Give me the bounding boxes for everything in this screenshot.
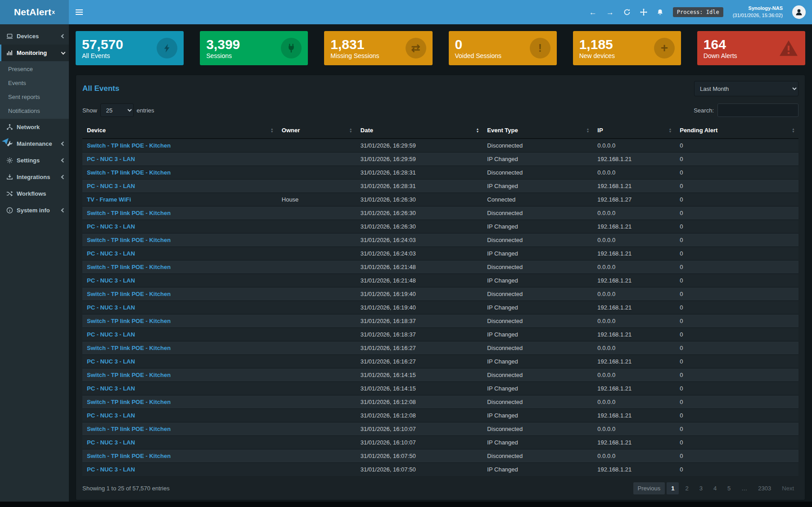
table-row[interactable]: Switch - TP link POE - Kitchen31/01/2026… (82, 260, 798, 274)
table-row[interactable]: TV - Frame WiFiHouse31/01/2026, 16:26:30… (82, 193, 798, 206)
sidebar-item-system-info[interactable]: System info (0, 202, 69, 219)
table-row[interactable]: PC - NUC 3 - LAN31/01/2026, 16:07:50IP C… (82, 463, 798, 476)
table-row[interactable]: PC - NUC 3 - LAN31/01/2026, 16:19:40IP C… (82, 301, 798, 314)
sidebar-item-devices[interactable]: Devices (0, 28, 69, 45)
sidebar-subitem-notifications[interactable]: Notifications (0, 104, 69, 118)
pagination-page-last[interactable]: 2303 (753, 482, 776, 494)
stat-card-sessions[interactable]: 3,399Sessions (200, 31, 308, 65)
device-link[interactable]: Switch - TP link POE - Kitchen (87, 291, 171, 297)
forward-arrow-icon[interactable]: → (606, 9, 614, 16)
table-row[interactable]: PC - NUC 3 - LAN31/01/2026, 16:24:03IP C… (82, 247, 798, 260)
device-link[interactable]: PC - NUC 3 - LAN (87, 250, 135, 257)
table-row[interactable]: Switch - TP link POE - Kitchen31/01/2026… (82, 314, 798, 328)
device-link[interactable]: Switch - TP link POE - Kitchen (87, 453, 171, 459)
pagination-page-5[interactable]: 5 (723, 482, 735, 494)
table-row[interactable]: Switch - TP link POE - Kitchen31/01/2026… (82, 422, 798, 436)
search-input[interactable] (717, 103, 798, 117)
sidebar-subitem-sent-reports[interactable]: Sent reports (0, 90, 69, 104)
pagination-page-2[interactable]: 2 (681, 482, 693, 494)
device-link[interactable]: Switch - TP link POE - Kitchen (87, 142, 171, 149)
sidebar-toggle-button[interactable] (69, 0, 90, 24)
device-link[interactable]: PC - NUC 3 - LAN (87, 385, 135, 392)
device-link[interactable]: PC - NUC 3 - LAN (87, 304, 135, 311)
stat-card-all-events[interactable]: 57,570All Events (76, 31, 184, 65)
table-row[interactable]: Switch - TP link POE - Kitchen31/01/2026… (82, 233, 798, 247)
refresh-icon[interactable] (623, 9, 631, 16)
pagination-page-1[interactable]: 1 (667, 482, 679, 494)
device-link[interactable]: PC - NUC 3 - LAN (87, 277, 135, 284)
column-header-event-type[interactable]: Event Type▲▼ (483, 122, 593, 139)
table-row[interactable]: Switch - TP link POE - Kitchen31/01/2026… (82, 139, 798, 153)
device-link[interactable]: Switch - TP link POE - Kitchen (87, 237, 171, 243)
device-link[interactable]: PC - NUC 3 - LAN (87, 358, 135, 365)
table-row[interactable]: PC - NUC 3 - LAN31/01/2026, 16:21:48IP C… (82, 274, 798, 287)
device-link[interactable]: PC - NUC 3 - LAN (87, 412, 135, 419)
app-logo[interactable]: NetAlertx (0, 0, 69, 24)
user-avatar[interactable] (792, 5, 806, 19)
pagination-page-3[interactable]: 3 (695, 482, 707, 494)
pagination-next[interactable]: Next (777, 482, 798, 494)
device-link[interactable]: Switch - TP link POE - Kitchen (87, 345, 171, 351)
stat-label: New devices (579, 52, 615, 59)
device-link[interactable]: Switch - TP link POE - Kitchen (87, 264, 171, 270)
device-link[interactable]: PC - NUC 3 - LAN (87, 183, 135, 189)
table-row[interactable]: Switch - TP link POE - Kitchen31/01/2026… (82, 287, 798, 301)
stat-card-voided-sessions[interactable]: 0Voided Sessions ! (449, 31, 557, 65)
table-row[interactable]: PC - NUC 3 - LAN31/01/2026, 16:10:07IP C… (82, 436, 798, 449)
device-link[interactable]: PC - NUC 3 - LAN (87, 331, 135, 338)
sidebar-item-network[interactable]: Network (0, 119, 69, 135)
sidebar-subitem-events[interactable]: Events (0, 76, 69, 90)
sidebar-item-workflows[interactable]: Workflows (0, 185, 69, 202)
table-row[interactable]: Switch - TP link POE - Kitchen31/01/2026… (82, 395, 798, 409)
sidebar-item-settings[interactable]: Settings (0, 152, 69, 169)
device-link[interactable]: PC - NUC 3 - LAN (87, 223, 135, 230)
column-header-date[interactable]: Date▲▼ (356, 122, 483, 139)
sidebar-subitem-presence[interactable]: Presence (0, 62, 69, 76)
date-cell: 31/01/2026, 16:14:15 (356, 382, 483, 395)
table-row[interactable]: Switch - TP link POE - Kitchen31/01/2026… (82, 449, 798, 463)
event-type-cell: IP Changed (483, 179, 593, 193)
table-row[interactable]: PC - NUC 3 - LAN31/01/2026, 16:14:15IP C… (82, 382, 798, 395)
sidebar-item-maintenance[interactable]: Maintenance (0, 135, 69, 152)
page-length-select[interactable]: 25 (100, 103, 134, 117)
pagination-page-4[interactable]: 4 (709, 482, 721, 494)
owner-cell (277, 368, 356, 382)
table-row[interactable]: Switch - TP link POE - Kitchen31/01/2026… (82, 166, 798, 179)
device-link[interactable]: Switch - TP link POE - Kitchen (87, 426, 171, 432)
table-row[interactable]: PC - NUC 3 - LAN31/01/2026, 16:18:37IP C… (82, 328, 798, 341)
table-row[interactable]: Switch - TP link POE - Kitchen31/01/2026… (82, 368, 798, 382)
device-link[interactable]: Switch - TP link POE - Kitchen (87, 372, 171, 378)
sidebar-item-integrations[interactable]: Integrations (0, 169, 69, 185)
stat-card-missing-sessions[interactable]: 1,831Missing Sessions ⇄ (324, 31, 432, 65)
device-link[interactable]: TV - Frame WiFi (87, 196, 131, 203)
device-link[interactable]: Switch - TP link POE - Kitchen (87, 169, 171, 176)
paper-plane-icon[interactable] (1, 138, 9, 147)
event-type-cell: IP Changed (483, 355, 593, 368)
stat-card-down-alerts[interactable]: 164Down Alerts (697, 31, 805, 65)
device-link[interactable]: Switch - TP link POE - Kitchen (87, 399, 171, 405)
sidebar-item-monitoring[interactable]: Monitoring (0, 45, 69, 61)
device-link[interactable]: Switch - TP link POE - Kitchen (87, 318, 171, 324)
column-header-owner[interactable]: Owner▲▼ (277, 122, 356, 139)
table-row[interactable]: PC - NUC 3 - LAN31/01/2026, 16:28:31IP C… (82, 179, 798, 193)
column-header-ip[interactable]: IP▲▼ (593, 122, 675, 139)
table-row[interactable]: PC - NUC 3 - LAN31/01/2026, 16:16:27IP C… (82, 355, 798, 368)
table-row[interactable]: PC - NUC 3 - LAN31/01/2026, 16:26:30IP C… (82, 220, 798, 233)
table-row[interactable]: Switch - TP link POE - Kitchen31/01/2026… (82, 341, 798, 355)
device-link[interactable]: PC - NUC 3 - LAN (87, 466, 135, 473)
plugin-download-icon (6, 174, 13, 180)
device-link[interactable]: PC - NUC 3 - LAN (87, 439, 135, 446)
move-arrows-icon[interactable] (640, 9, 647, 16)
column-header-device[interactable]: Device▲▼ (82, 122, 277, 139)
period-select[interactable]: Last Month (694, 81, 798, 96)
table-row[interactable]: Switch - TP link POE - Kitchen31/01/2026… (82, 206, 798, 220)
column-header-pending-alert[interactable]: Pending Alert▲▼ (675, 122, 798, 139)
device-link[interactable]: PC - NUC 3 - LAN (87, 156, 135, 162)
device-link[interactable]: Switch - TP link POE - Kitchen (87, 210, 171, 216)
table-row[interactable]: PC - NUC 3 - LAN31/01/2026, 16:29:59IP C… (82, 153, 798, 166)
back-arrow-icon[interactable]: ← (589, 9, 597, 16)
pagination-previous[interactable]: Previous (633, 482, 665, 494)
stat-card-new-devices[interactable]: 1,185New devices + (573, 31, 681, 65)
bell-icon[interactable] (657, 9, 663, 16)
table-row[interactable]: PC - NUC 3 - LAN31/01/2026, 16:12:08IP C… (82, 409, 798, 422)
